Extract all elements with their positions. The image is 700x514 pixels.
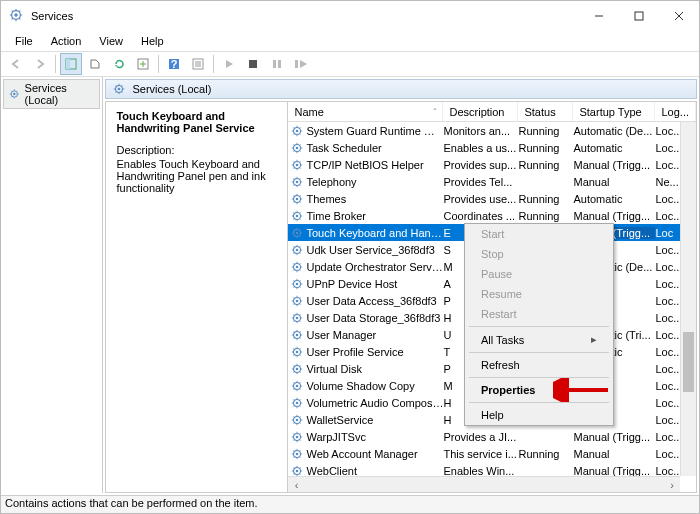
cm-help[interactable]: Help	[465, 405, 613, 425]
toolbar-separator	[213, 55, 214, 73]
pane-title: Services (Local)	[132, 83, 211, 95]
cell-name: WarpJITSvc	[306, 431, 443, 443]
gear-icon	[288, 243, 306, 257]
svg-point-30	[296, 180, 299, 183]
table-row[interactable]: System Guard Runtime Mon...Monitors an..…	[288, 122, 696, 139]
cell-desc: Provides a JI...	[443, 431, 518, 443]
svg-point-22	[118, 88, 121, 91]
gear-icon	[288, 226, 306, 240]
table-row[interactable]: Time BrokerCoordinates ...RunningManual …	[288, 207, 696, 224]
svg-rect-7	[66, 59, 70, 69]
description-label: Description:	[116, 144, 277, 156]
menu-help[interactable]: Help	[133, 33, 172, 49]
column-status[interactable]: Status	[518, 102, 573, 121]
svg-point-38	[296, 248, 299, 251]
svg-point-44	[296, 299, 299, 302]
svg-point-58	[296, 418, 299, 421]
start-service-button[interactable]	[218, 53, 240, 75]
close-button[interactable]	[659, 1, 699, 31]
cell-startup: Manual (Trigg...	[573, 210, 655, 222]
restart-service-button[interactable]	[290, 53, 312, 75]
svg-point-20	[13, 93, 15, 95]
export-button[interactable]	[84, 53, 106, 75]
table-row[interactable]: Web Account ManagerThis service i...Runn…	[288, 445, 696, 462]
scroll-left-icon[interactable]: ‹	[288, 479, 304, 491]
scrollbar-thumb[interactable]	[683, 332, 694, 392]
svg-rect-17	[278, 60, 281, 68]
svg-point-52	[296, 367, 299, 370]
cell-name: Web Account Manager	[306, 448, 443, 460]
maximize-button[interactable]	[619, 1, 659, 31]
svg-rect-18	[295, 60, 298, 68]
svg-point-36	[296, 231, 299, 234]
cm-refresh[interactable]: Refresh	[465, 355, 613, 375]
toolbar-separator	[158, 55, 159, 73]
column-headers: Nameˆ Description Status Startup Type Lo…	[288, 102, 696, 122]
cm-separator	[469, 377, 609, 378]
gear-icon	[288, 141, 306, 155]
cell-desc: Provides Tel...	[443, 176, 518, 188]
cm-stop[interactable]: Stop	[465, 244, 613, 264]
tree-node-services-local[interactable]: Services (Local)	[3, 79, 100, 109]
back-button[interactable]	[5, 53, 27, 75]
menu-view[interactable]: View	[91, 33, 131, 49]
pause-service-button[interactable]	[266, 53, 288, 75]
table-row[interactable]: TelephonyProvides Tel...ManualNe...	[288, 173, 696, 190]
toolbar-separator	[55, 55, 56, 73]
gear-icon	[288, 192, 306, 206]
table-row[interactable]: ThemesProvides use...RunningAutomaticLoc…	[288, 190, 696, 207]
svg-point-46	[296, 316, 299, 319]
help-button[interactable]: ?	[163, 53, 185, 75]
app-icon	[9, 8, 25, 24]
titlebar: Services	[1, 1, 699, 31]
cell-name: UPnP Device Host	[306, 278, 443, 290]
column-startup[interactable]: Startup Type	[573, 102, 655, 121]
cell-name: Virtual Disk	[306, 363, 443, 375]
menu-file[interactable]: File	[7, 33, 41, 49]
menu-action[interactable]: Action	[43, 33, 90, 49]
stop-service-button[interactable]	[242, 53, 264, 75]
table-row[interactable]: Task SchedulerEnables a us...RunningAuto…	[288, 139, 696, 156]
cell-name: Themes	[306, 193, 443, 205]
description-text: Enables Touch Keyboard and Handwriting P…	[116, 158, 277, 194]
tree-node-label: Services (Local)	[25, 82, 96, 106]
properties-button[interactable]	[187, 53, 209, 75]
cell-name: Udk User Service_36f8df3	[306, 244, 443, 256]
vertical-scrollbar[interactable]	[680, 122, 696, 476]
cell-name: System Guard Runtime Mon...	[306, 125, 443, 137]
horizontal-scrollbar[interactable]: ‹ ›	[288, 476, 680, 492]
cm-restart[interactable]: Restart	[465, 304, 613, 324]
context-menu: Start Stop Pause Resume Restart All Task…	[464, 223, 614, 426]
svg-rect-16	[273, 60, 276, 68]
table-row[interactable]: TCP/IP NetBIOS HelperProvides sup...Runn…	[288, 156, 696, 173]
gear-icon	[288, 430, 306, 444]
cm-start[interactable]: Start	[465, 224, 613, 244]
toolbar: ?	[1, 51, 699, 77]
svg-rect-3	[635, 12, 643, 20]
forward-button[interactable]	[29, 53, 51, 75]
gear-icon	[288, 311, 306, 325]
cell-name: User Profile Service	[306, 346, 443, 358]
gear-icon	[288, 396, 306, 410]
cell-startup: Manual (Trigg...	[573, 465, 655, 477]
minimize-button[interactable]	[579, 1, 619, 31]
cm-resume[interactable]: Resume	[465, 284, 613, 304]
column-description[interactable]: Description	[443, 102, 518, 121]
cm-all-tasks[interactable]: All Tasks▸	[465, 329, 613, 350]
cm-pause[interactable]: Pause	[465, 264, 613, 284]
svg-point-64	[296, 469, 299, 472]
svg-point-56	[296, 401, 299, 404]
sort-asc-icon: ˆ	[433, 107, 436, 117]
cell-startup: Manual (Trigg...	[573, 431, 655, 443]
cm-properties[interactable]: Properties	[465, 380, 613, 400]
table-row[interactable]: WarpJITSvcProvides a JI...Manual (Trigg.…	[288, 428, 696, 445]
gear-icon	[288, 175, 306, 189]
refresh-button[interactable]	[108, 53, 130, 75]
scroll-right-icon[interactable]: ›	[664, 479, 680, 491]
column-logon[interactable]: Log...	[655, 102, 696, 121]
column-name[interactable]: Nameˆ	[288, 102, 443, 121]
gear-icon	[8, 87, 21, 101]
export-list-button[interactable]	[132, 53, 154, 75]
show-hide-tree-button[interactable]	[60, 53, 82, 75]
gear-icon	[288, 209, 306, 223]
